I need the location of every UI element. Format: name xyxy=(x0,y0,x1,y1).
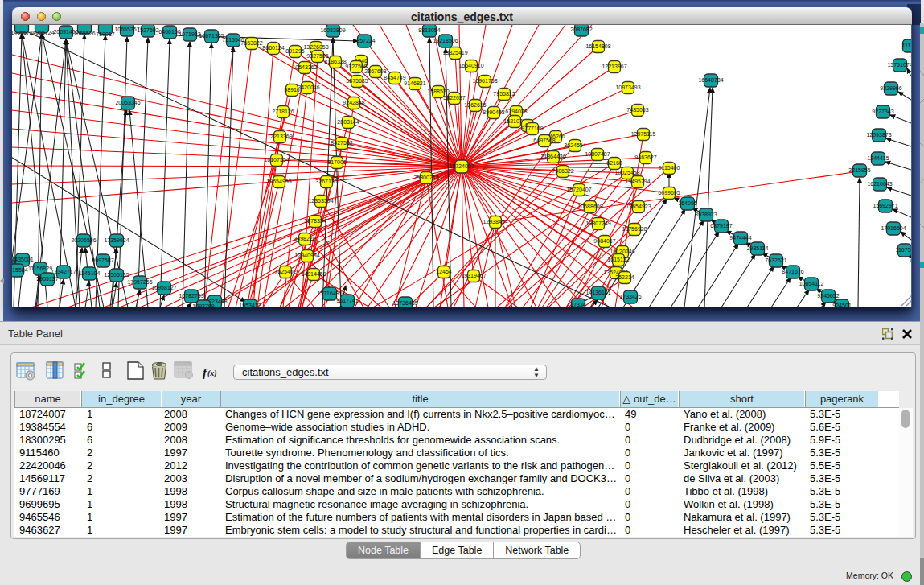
svg-text:20053346: 20053346 xyxy=(115,100,140,105)
svg-text:9777169: 9777169 xyxy=(521,126,543,131)
svg-text:3915584: 3915584 xyxy=(12,267,28,273)
svg-text:7357224: 7357224 xyxy=(353,38,375,43)
svg-text:891295: 891295 xyxy=(285,48,304,54)
svg-text:8454749: 8454749 xyxy=(384,75,405,80)
svg-text:9146821: 9146821 xyxy=(404,80,425,86)
svg-text:21364436: 21364436 xyxy=(540,154,565,159)
svg-text:8427552: 8427552 xyxy=(331,140,352,146)
svg-text:12505135: 12505135 xyxy=(104,272,129,278)
svg-text:9327505: 9327505 xyxy=(306,53,328,59)
svg-text:1953412: 1953412 xyxy=(239,303,261,307)
svg-text:12342717: 12342717 xyxy=(51,269,76,274)
svg-text:19218506: 19218506 xyxy=(433,38,458,43)
svg-text:15716485: 15716485 xyxy=(317,290,342,296)
svg-text:10688609: 10688609 xyxy=(577,204,602,209)
svg-text:15751074: 15751074 xyxy=(887,62,911,68)
svg-text:16120746: 16120746 xyxy=(610,249,634,254)
svg-text:116753: 116753 xyxy=(896,247,911,253)
svg-text:12940994: 12940994 xyxy=(294,253,319,258)
svg-text:19654955: 19654955 xyxy=(266,179,291,184)
svg-text:10807487: 10807487 xyxy=(585,151,610,157)
svg-text:12213967: 12213967 xyxy=(602,64,626,69)
svg-text:7625402: 7625402 xyxy=(274,269,296,274)
svg-text:10543362: 10543362 xyxy=(292,64,317,70)
svg-text:17957255: 17957255 xyxy=(127,279,152,285)
svg-text:12093873: 12093873 xyxy=(866,132,891,138)
svg-text:15692971: 15692971 xyxy=(873,203,897,208)
svg-text:12938454: 12938454 xyxy=(483,219,507,225)
svg-text:2935114: 2935114 xyxy=(747,245,769,251)
svg-text:16033809: 16033809 xyxy=(320,27,345,33)
svg-text:1071913: 1071913 xyxy=(179,31,200,37)
svg-text:10025458: 10025458 xyxy=(614,170,639,175)
svg-text:1065526: 1065526 xyxy=(73,31,95,36)
svg-text:9329966: 9329966 xyxy=(880,85,901,91)
svg-text:3215955: 3215955 xyxy=(848,167,870,173)
svg-text:9463627: 9463627 xyxy=(634,154,656,160)
svg-text:8471676: 8471676 xyxy=(782,269,803,274)
svg-text:10756928: 10756928 xyxy=(622,226,647,232)
svg-text:14914459: 14914459 xyxy=(301,271,326,277)
svg-text:4435001: 4435001 xyxy=(12,257,34,262)
svg-text:1615132: 1615132 xyxy=(607,257,629,262)
svg-text:9115460: 9115460 xyxy=(659,165,680,171)
svg-text:13226058: 13226058 xyxy=(303,44,328,50)
svg-text:252214: 252214 xyxy=(615,274,634,280)
svg-text:6879197: 6879197 xyxy=(710,223,732,229)
svg-text:10655267: 10655267 xyxy=(114,27,139,32)
svg-text:5322037: 5322037 xyxy=(443,95,465,101)
svg-text:10958127: 10958127 xyxy=(151,285,176,290)
svg-text:9245652: 9245652 xyxy=(817,293,839,299)
svg-text:924501: 924501 xyxy=(832,303,851,307)
svg-text:3498222: 3498222 xyxy=(294,236,315,241)
svg-text:1244415: 1244415 xyxy=(867,155,889,161)
svg-text:18807249: 18807249 xyxy=(585,220,610,226)
svg-text:19654923: 19654923 xyxy=(626,204,651,209)
svg-text:16782759: 16782759 xyxy=(179,293,203,299)
svg-text:2718126: 2718126 xyxy=(272,109,294,114)
svg-text:(x): (x) xyxy=(207,369,217,378)
svg-text:3624554: 3624554 xyxy=(564,142,585,148)
svg-text:7955812: 7955812 xyxy=(493,91,515,97)
svg-text:6099695: 6099695 xyxy=(658,190,680,196)
svg-text:16107554: 16107554 xyxy=(264,157,289,163)
svg-text:759017: 759017 xyxy=(96,31,114,37)
svg-text:16210643: 16210643 xyxy=(867,181,892,187)
svg-text:25300215: 25300215 xyxy=(413,175,438,180)
svg-text:11173: 11173 xyxy=(902,43,911,48)
svg-text:12454: 12454 xyxy=(436,269,452,274)
svg-text:8938923: 8938923 xyxy=(695,212,717,217)
svg-text:16961758: 16961758 xyxy=(472,78,497,84)
svg-text:9997587: 9997587 xyxy=(92,257,113,263)
svg-text:164095: 164095 xyxy=(678,200,696,206)
svg-text:98916: 98916 xyxy=(284,87,300,93)
svg-text:17016504: 17016504 xyxy=(881,225,906,231)
svg-text:5875685: 5875685 xyxy=(346,78,368,84)
svg-text:1145104: 1145104 xyxy=(79,270,101,276)
svg-text:9617741: 9617741 xyxy=(336,298,358,303)
svg-text:1588520: 1588520 xyxy=(427,89,449,94)
svg-text:7663822: 7663822 xyxy=(240,40,262,46)
svg-text:14055724: 14055724 xyxy=(29,30,54,35)
svg-text:7986322: 7986322 xyxy=(552,168,573,174)
svg-text:2803144: 2803144 xyxy=(337,119,359,125)
svg-text:19495794: 19495794 xyxy=(625,179,650,184)
svg-text:9227343: 9227343 xyxy=(872,109,893,114)
svg-text:16154808: 16154808 xyxy=(585,43,610,49)
svg-text:13325419: 13325419 xyxy=(442,50,467,56)
svg-text:8990443: 8990443 xyxy=(483,109,504,115)
svg-text:1362615: 1362615 xyxy=(464,102,486,108)
svg-text:1092799: 1092799 xyxy=(192,303,214,307)
svg-text:9084067: 9084067 xyxy=(593,238,615,244)
svg-text:10654112: 10654112 xyxy=(799,281,824,286)
svg-text:8660124: 8660124 xyxy=(262,45,284,51)
svg-text:14136141: 14136141 xyxy=(585,290,610,295)
svg-text:2867608: 2867608 xyxy=(364,68,386,74)
svg-text:18724007: 18724007 xyxy=(449,163,474,169)
svg-text:13736485: 13736485 xyxy=(392,300,417,306)
svg-text:16671355: 16671355 xyxy=(199,33,224,39)
svg-text:19319467: 19319467 xyxy=(461,273,486,278)
svg-text:7485063: 7485063 xyxy=(626,107,648,113)
svg-text:8186328: 8186328 xyxy=(324,59,346,64)
svg-text:12975115: 12975115 xyxy=(631,131,656,137)
